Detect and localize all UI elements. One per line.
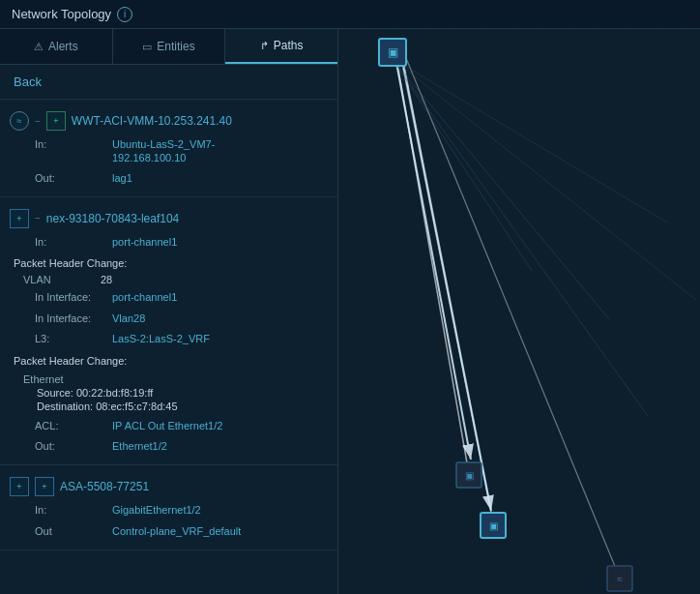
- asa-in-label: In:: [35, 503, 112, 518]
- wwt-aci-expand-icon[interactable]: +: [46, 111, 66, 131]
- section-nex-header: + − nex-93180-70843-leaf104: [0, 205, 337, 232]
- wwt-aci-in-value[interactable]: Ubuntu-LasS-2_VM7-192.168.100.10: [112, 137, 215, 165]
- eth-dest-value: 08:ec:f5:c7:8d:45: [96, 401, 177, 412]
- topology-panel: ▣ ▣ ▣ ≈: [338, 29, 700, 594]
- topology-svg: ▣ ▣ ▣ ≈: [338, 29, 700, 594]
- nex-l3-value[interactable]: LasS-2:LasS-2_VRF: [112, 332, 210, 346]
- nex-in-iface-1-label: In Interface:: [35, 290, 112, 305]
- tab-entities-label: Entities: [157, 40, 194, 53]
- wwt-aci-collapse-icon[interactable]: −: [35, 116, 41, 127]
- nex-in-label: In:: [35, 235, 112, 250]
- tabs-container: ⚠ Alerts ▭ Entities ↱ Paths: [0, 29, 337, 65]
- back-button[interactable]: Back: [0, 65, 337, 100]
- vlan-row: VLAN 28: [0, 272, 337, 287]
- nex-in-iface-1-value[interactable]: port-channel1: [112, 290, 177, 305]
- wwt-aci-out-value[interactable]: lag1: [112, 171, 132, 186]
- nex-in-row: In: port-channel1: [0, 232, 337, 252]
- nex-in-iface-1-row: In Interface: port-channel1: [0, 287, 337, 308]
- tab-alerts[interactable]: ⚠ Alerts: [0, 29, 113, 64]
- paths-icon: ↱: [260, 40, 269, 52]
- info-icon[interactable]: i: [117, 7, 132, 22]
- wwt-aci-out-label: Out:: [35, 171, 112, 186]
- main-container: ⚠ Alerts ▭ Entities ↱ Paths Back ≈ − + W…: [0, 29, 700, 594]
- entities-icon: ▭: [142, 41, 152, 53]
- left-panel: ⚠ Alerts ▭ Entities ↱ Paths Back ≈ − + W…: [0, 29, 338, 594]
- nex-l3-row: L3: LasS-2:LasS-2_VRF: [0, 329, 337, 349]
- page-title: Network Topology: [12, 7, 111, 21]
- section-wwt-aci-header: ≈ − + WWT-ACI-VMM-10.253.241.40: [0, 107, 337, 134]
- asa-in-row: In: GigabitEthernet1/2: [0, 500, 337, 520]
- ethernet-block: Ethernet Source: 00:22:bd:f8:19:ff Desti…: [0, 370, 337, 416]
- svg-text:▣: ▣: [465, 470, 474, 481]
- asa-out-value[interactable]: Control-plane_VRF_default: [112, 524, 241, 539]
- packet-header-2-label: Packet Header Change:: [0, 350, 337, 370]
- nex-acl-value[interactable]: IP ACL Out Ethernet1/2: [112, 419, 222, 433]
- alerts-icon: ⚠: [34, 41, 44, 53]
- section-asa-header: + + ASA-5508-77251: [0, 473, 337, 500]
- vlan-label: VLAN: [23, 274, 101, 285]
- nex-in-value[interactable]: port-channel1: [112, 235, 177, 250]
- asa-title[interactable]: ASA-5508-77251: [60, 480, 149, 493]
- nex-out-label: Out:: [35, 439, 112, 454]
- eth-source-label: Source:: [37, 387, 73, 399]
- asa-type-icon: +: [10, 477, 29, 496]
- nex-l3-label: L3:: [35, 332, 112, 346]
- packet-header-1-label: Packet Header Change:: [0, 252, 337, 272]
- svg-text:≈: ≈: [617, 574, 623, 584]
- wwt-aci-type-icon: ≈: [10, 111, 29, 131]
- nex-in-iface-2-row: In Interface: Vlan28: [0, 309, 337, 329]
- wwt-aci-in-row: In: Ubuntu-LasS-2_VM7-192.168.100.10: [0, 134, 337, 168]
- ethernet-values: Source: 00:22:bd:f8:19:ff Destination: 0…: [23, 386, 324, 413]
- nex-acl-row: ACL: IP ACL Out Ethernet1/2: [0, 416, 337, 436]
- wwt-aci-in-label: In:: [35, 137, 112, 152]
- asa-expand-icon[interactable]: +: [35, 477, 54, 496]
- nex-out-value[interactable]: Ethernet1/2: [112, 439, 167, 454]
- eth-dest-label: Destination:: [37, 401, 93, 412]
- tab-paths[interactable]: ↱ Paths: [225, 29, 337, 64]
- tab-entities[interactable]: ▭ Entities: [113, 29, 226, 64]
- nex-collapse-icon[interactable]: −: [35, 213, 41, 223]
- svg-rect-0: [338, 29, 700, 594]
- back-label: Back: [14, 74, 42, 89]
- eth-source-row: Source: 00:22:bd:f8:19:ff: [37, 386, 324, 400]
- eth-dest-row: Destination: 08:ec:f5:c7:8d:45: [37, 400, 324, 413]
- section-wwt-aci: ≈ − + WWT-ACI-VMM-10.253.241.40 In: Ubun…: [0, 100, 337, 197]
- asa-out-label: Out: [35, 524, 112, 539]
- tab-alerts-label: Alerts: [48, 40, 78, 53]
- eth-source-value: 00:22:bd:f8:19:ff: [76, 387, 153, 399]
- wwt-aci-title[interactable]: WWT-ACI-VMM-10.253.241.40: [72, 114, 232, 128]
- nex-type-icon: +: [10, 209, 29, 228]
- nex-out-row: Out: Ethernet1/2: [0, 436, 337, 457]
- nex-acl-label: ACL:: [35, 419, 112, 433]
- svg-text:▣: ▣: [489, 520, 498, 531]
- nex-in-iface-2-value[interactable]: Vlan28: [112, 312, 145, 326]
- nex-in-iface-2-label: In Interface:: [35, 312, 112, 326]
- section-nex-leaf: + − nex-93180-70843-leaf104 In: port-cha…: [0, 197, 337, 465]
- title-bar: Network Topology i: [0, 0, 700, 29]
- svg-text:▣: ▣: [388, 45, 398, 59]
- tab-paths-label: Paths: [274, 39, 304, 52]
- wwt-aci-out-row: Out: lag1: [0, 168, 337, 189]
- vlan-value: 28: [101, 274, 112, 285]
- nex-title[interactable]: nex-93180-70843-leaf104: [46, 212, 179, 225]
- asa-in-value[interactable]: GigabitEthernet1/2: [112, 503, 201, 518]
- asa-out-row: Out Control-plane_VRF_default: [0, 521, 337, 542]
- ethernet-label: Ethernet: [23, 373, 64, 385]
- section-asa: + + ASA-5508-77251 In: GigabitEthernet1/…: [0, 465, 337, 550]
